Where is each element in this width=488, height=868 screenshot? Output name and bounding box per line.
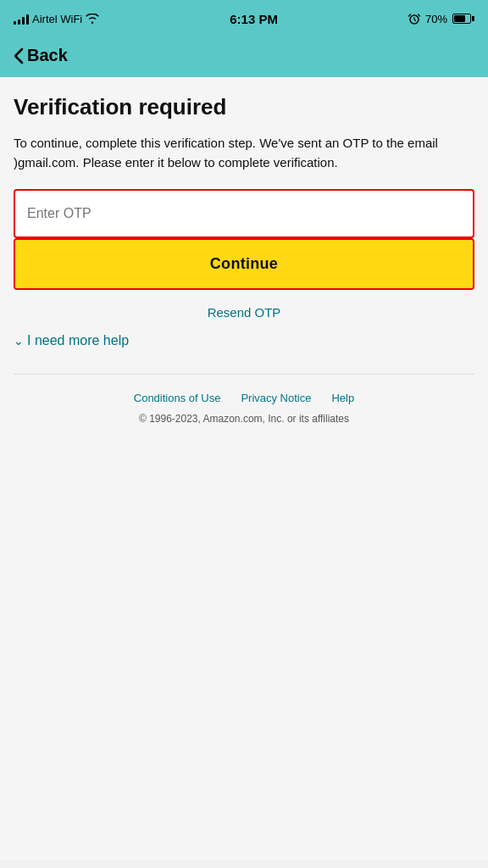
back-label: Back [27,46,68,65]
conditions-of-use-link[interactable]: Conditions of Use [134,392,221,404]
wifi-icon [86,14,99,24]
signal-icon [14,13,29,25]
help-section: ⌄ I need more help [14,333,474,348]
help-footer-link[interactable]: Help [331,392,354,404]
battery-percentage: 70% [425,13,447,25]
back-button[interactable]: Back [14,46,68,65]
main-content: Verification required To continue, compl… [0,77,488,860]
footer-links: Conditions of Use Privacy Notice Help [27,392,461,404]
privacy-notice-link[interactable]: Privacy Notice [241,392,311,404]
continue-button[interactable]: Continue [15,240,473,288]
carrier-label: Airtel WiFi [32,13,82,25]
continue-button-wrapper: Continue [14,238,474,290]
back-chevron-icon [14,47,24,64]
otp-input[interactable] [15,191,473,236]
status-bar: Airtel WiFi 6:13 PM 70% [0,0,488,37]
nav-bar: Back [0,37,488,77]
status-right: 70% [408,13,474,25]
page-title: Verification required [14,94,474,120]
resend-otp-link[interactable]: Resend OTP [14,305,474,320]
status-left: Airtel WiFi [14,13,99,25]
alarm-icon [408,13,420,25]
help-chevron-icon: ⌄ [14,334,24,348]
description-text: To continue, complete this verification … [14,134,474,172]
copyright-text: © 1996-2023, Amazon.com, Inc. or its aff… [27,413,461,425]
otp-input-section [14,189,474,238]
status-time: 6:13 PM [230,12,278,26]
footer: Conditions of Use Privacy Notice Help © … [14,392,474,425]
battery-icon [452,14,474,24]
footer-divider [14,374,474,375]
help-link[interactable]: I need more help [27,333,129,348]
